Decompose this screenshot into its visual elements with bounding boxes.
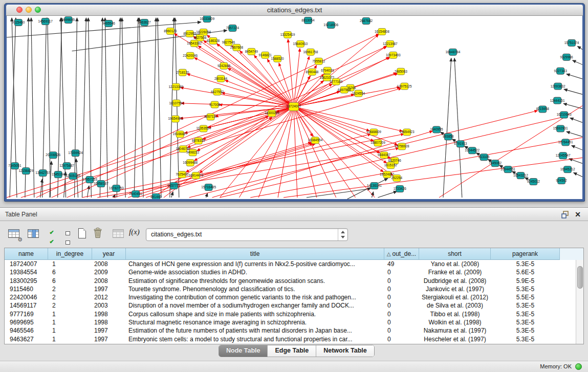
graph-node[interactable]: 8960123 xyxy=(164,28,177,34)
graph-node[interactable]: 252254 xyxy=(391,175,402,182)
tab-network-table[interactable]: Network Table xyxy=(316,345,374,357)
graph-node[interactable]: 9463627 xyxy=(138,19,151,26)
table-row[interactable]: 946362711997Embryonic stem cells: a mode… xyxy=(5,335,576,343)
graph-node[interactable]: 16648784 xyxy=(446,49,461,55)
graph-node[interactable]: 6794023 xyxy=(321,67,334,74)
table-row[interactable]: 1872400712008Changes of HCN gene express… xyxy=(5,260,576,268)
table-row[interactable]: 977716911998Corpus callosum shape and si… xyxy=(5,310,576,318)
graph-node[interactable]: 12093832 xyxy=(551,83,565,90)
graph-node[interactable]: 9777169 xyxy=(330,78,343,85)
graph-node[interactable]: 9329966 xyxy=(560,54,574,60)
graph-node[interactable]: 8990448 xyxy=(306,69,319,75)
table-row[interactable]: 911546021997Tourette syndrome. Phenomeno… xyxy=(5,285,576,293)
column-header-name[interactable]: name xyxy=(5,248,48,260)
graph-node[interactable]: 1615152 xyxy=(384,162,398,169)
close-panel-icon[interactable]: ✕ xyxy=(574,211,582,218)
graph-node[interactable]: 15716485 xyxy=(201,184,216,191)
column-header-out-degree[interactable]: △out_de... xyxy=(384,248,419,260)
column-header-title[interactable]: title xyxy=(126,248,384,260)
graph-node[interactable]: 16210643 xyxy=(557,112,572,118)
combobox-stepper-icon[interactable] xyxy=(338,229,347,240)
graph-node[interactable]: 917008 xyxy=(209,101,221,108)
graph-node[interactable]: 10973493 xyxy=(386,52,401,58)
vertical-scrollbar[interactable] xyxy=(576,260,583,344)
graph-node[interactable]: 9498222 xyxy=(186,149,200,156)
select-all-button[interactable]: ✔✔ xyxy=(45,227,58,240)
table-selector-combobox[interactable]: citations_edges.txt xyxy=(146,228,348,241)
graph-node[interactable]: 16033809 xyxy=(200,16,214,22)
graph-node[interactable]: 12975887 xyxy=(59,163,74,169)
graph-node[interactable]: 16099488 xyxy=(183,160,198,166)
graph-node[interactable]: 14569117 xyxy=(38,18,53,25)
graph-node[interactable]: 13325419 xyxy=(280,31,295,38)
graph-node[interactable]: 19654905 xyxy=(168,116,183,122)
graph-node[interactable]: 18807209 xyxy=(371,140,385,146)
table-settings-button[interactable]: ⚙ xyxy=(7,227,20,240)
graph-node[interactable]: 15640910 xyxy=(293,40,308,47)
graph-node[interactable]: 891440 xyxy=(150,194,162,199)
graph-node[interactable]: 12213987 xyxy=(383,40,398,47)
graph-node[interactable]: 2718120 xyxy=(176,69,189,76)
graph-node[interactable]: 2640451 xyxy=(129,191,143,198)
graph-node[interactable]: 18107554 xyxy=(169,100,184,106)
graph-node[interactable]: 6791913 xyxy=(454,141,467,147)
graph-node[interactable]: 8454749 xyxy=(245,48,258,55)
graph-node[interactable]: 12764451 xyxy=(558,139,573,146)
graph-node[interactable]: 8878334 xyxy=(192,138,205,144)
tab-edge-table[interactable]: Edge Table xyxy=(268,345,316,357)
table-row[interactable]: 1830029562008Estimation of significance … xyxy=(5,277,576,285)
float-panel-icon[interactable] xyxy=(561,211,570,218)
graph-node[interactable]: 9227343 xyxy=(554,68,568,74)
column-header-pagerank[interactable]: pagerank xyxy=(491,248,560,260)
graph-node[interactable]: 7857224 xyxy=(226,25,239,31)
graph-node[interactable]: 1640955 xyxy=(430,126,443,133)
graph-node[interactable]: 16945212 xyxy=(560,166,575,173)
graph-node[interactable]: 2687682 xyxy=(360,17,373,24)
graph-node[interactable]: 8215958 xyxy=(536,106,550,113)
graph-node[interactable]: 12045547 xyxy=(556,152,571,159)
graph-node[interactable]: 15751074 xyxy=(564,39,579,46)
graph-node[interactable]: 2367608 xyxy=(230,44,244,51)
tab-node-table[interactable]: Node Table xyxy=(219,345,268,357)
graph-node[interactable]: 1545194 xyxy=(52,171,65,178)
graph-node[interactable]: 16154808 xyxy=(375,28,389,35)
graph-node[interactable]: 16044522 xyxy=(465,147,480,154)
delete-table-button[interactable] xyxy=(93,227,106,240)
graph-node[interactable]: 12444151 xyxy=(550,97,565,104)
window-titlebar[interactable]: citations_edges.txt xyxy=(6,5,583,16)
table-row[interactable]: 969969511998Structural magnetic resonanc… xyxy=(5,318,576,326)
graph-node[interactable]: 9115460 xyxy=(12,19,25,26)
graph-node[interactable]: 16961758 xyxy=(303,49,318,55)
graph-node[interactable]: 9465546 xyxy=(102,20,116,27)
column-header-in-degree[interactable]: in_degree xyxy=(48,248,92,260)
graph-node[interactable]: 16958187 xyxy=(94,181,108,187)
graph-node[interactable]: 924502 xyxy=(556,178,567,184)
column-header-year[interactable]: year xyxy=(92,248,126,260)
function-builder-button[interactable]: f(x) xyxy=(129,227,142,240)
graph-node[interactable]: 13942757 xyxy=(35,170,50,177)
graph-node[interactable]: 22420046 xyxy=(183,52,198,59)
graph-node[interactable]: 16543382 xyxy=(187,40,202,47)
graph-node[interactable]: 6497568 xyxy=(338,86,351,93)
graph-node[interactable]: 8427552 xyxy=(211,89,224,95)
table-row[interactable]: 1456911722003Disruption of a novel membe… xyxy=(5,301,576,310)
graph-node[interactable]: 12213389 xyxy=(168,83,183,90)
graph-node[interactable]: 9245012 xyxy=(527,179,540,185)
table-row[interactable]: 1938455462009Genome-wide association stu… xyxy=(5,268,576,276)
network-canvas[interactable]: 1872400789601238912955182260589827508165… xyxy=(7,16,582,199)
graph-node[interactable]: 11353554 xyxy=(196,125,211,132)
table-row[interactable]: 946554611997Estimation of the future num… xyxy=(5,326,576,335)
graph-node[interactable]: 8186328 xyxy=(207,37,220,44)
row-selection-button[interactable] xyxy=(61,227,74,242)
graph-node[interactable]: 1733426 xyxy=(394,186,407,192)
column-visibility-button[interactable] xyxy=(27,227,40,240)
graph-node[interactable]: 16782753 xyxy=(109,185,124,192)
graph-node[interactable]: 1588520 xyxy=(271,55,285,62)
graph-node[interactable]: 15692931 xyxy=(553,125,568,132)
graph-node[interactable]: 9699695 xyxy=(62,16,75,23)
graph-node[interactable]: 9146821 xyxy=(259,52,272,58)
column-header-short[interactable]: short xyxy=(419,248,491,260)
graph-node[interactable]: 7345051 xyxy=(8,163,21,169)
graph-node[interactable]: 8267110 xyxy=(204,114,217,120)
graph-node[interactable]: 12156829 xyxy=(18,168,33,174)
